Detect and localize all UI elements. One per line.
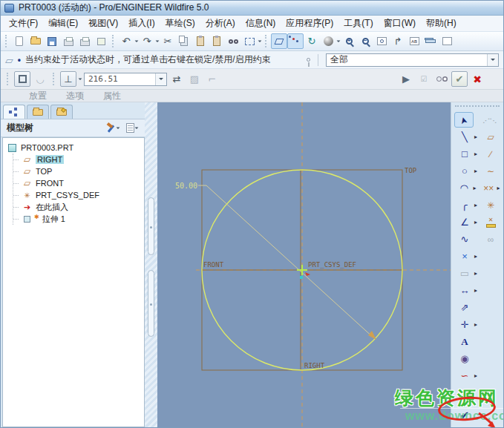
pause-resume-button[interactable]: ▶ <box>398 71 414 87</box>
filter-dropdown[interactable] <box>487 54 498 66</box>
email-button[interactable] <box>93 33 109 49</box>
menu-file[interactable]: 文件(F) <box>4 16 43 31</box>
reorient-button[interactable]: ↱ <box>390 33 406 49</box>
tree-filters-dropdown-icon[interactable] <box>117 128 120 131</box>
constraint-flyout-icon[interactable]: ▸ <box>474 321 481 328</box>
select-tool-button[interactable]: ➤ <box>454 112 474 128</box>
depth-option-button[interactable]: ⊥ <box>60 71 76 87</box>
text-tool-button[interactable]: A <box>455 337 474 346</box>
spin-center-toggle[interactable]: ↻ <box>304 33 320 49</box>
undo-dropdown-icon[interactable] <box>135 41 139 45</box>
datum-display-toggle[interactable] <box>287 33 304 49</box>
dashboard-grip[interactable] <box>53 73 56 85</box>
sketcher-display-toggle[interactable] <box>271 33 287 49</box>
solid-extrude-button[interactable] <box>14 71 30 87</box>
depth-value-dropdown[interactable] <box>155 73 166 85</box>
fillet-flyout-icon[interactable]: ▸ <box>474 202 481 208</box>
paste-button[interactable] <box>192 33 209 49</box>
curve-tool-button[interactable]: ∼ <box>482 167 500 176</box>
save-button[interactable] <box>44 33 60 49</box>
fillet-tool-button[interactable]: ╭ <box>455 200 474 210</box>
menu-sketch[interactable]: 草绘(S) <box>160 16 200 31</box>
tree-filters-icon[interactable] <box>105 123 116 134</box>
tree-settings-icon[interactable] <box>126 123 134 133</box>
preview-check-button[interactable]: ☑ <box>416 71 432 87</box>
use-edge-tool-button[interactable]: ▭ <box>455 269 474 278</box>
shading-dropdown-icon[interactable] <box>337 41 341 45</box>
view-manager-button[interactable] <box>439 33 455 49</box>
depth-value-combobox[interactable]: 216.51 <box>84 73 167 86</box>
palette-tool-button[interactable]: ◉ <box>455 354 474 363</box>
chamfer-flyout-icon[interactable]: ▸ <box>474 219 481 225</box>
sash-handle[interactable] <box>148 270 154 337</box>
datum-plane-tool-button[interactable]: ▱ <box>482 133 500 142</box>
find-button[interactable] <box>225 33 241 49</box>
circle-tool-button[interactable]: ○ <box>455 166 474 176</box>
remove-material-button[interactable]: ▨ <box>186 71 203 87</box>
use-edge-flyout-icon[interactable]: ▸ <box>474 270 481 277</box>
rectangle-tool-button[interactable]: □ <box>455 149 474 159</box>
panel-sash[interactable] <box>145 102 157 427</box>
print-button[interactable] <box>60 33 76 49</box>
menu-analysis[interactable]: 分析(A) <box>200 16 240 31</box>
undo-button[interactable]: ↶ <box>118 33 134 49</box>
layers-button[interactable] <box>422 33 439 49</box>
trim-flyout-icon[interactable]: ▸ <box>474 372 481 379</box>
redo-button[interactable]: ↷ <box>139 33 155 49</box>
constraint-tool-button[interactable]: ✛ <box>455 320 474 329</box>
point-flyout-icon[interactable]: ▸ <box>497 185 503 191</box>
menu-window[interactable]: 窗口(W) <box>379 16 421 31</box>
zoom-in-button[interactable]: + <box>341 33 357 49</box>
sketch-point-tool-button[interactable]: × <box>455 251 474 261</box>
menu-help[interactable]: 帮助(H) <box>421 16 462 31</box>
csys-tool-button[interactable]: ✳ <box>482 201 500 210</box>
tree-item-front-plane[interactable]: ▱ FRONT <box>13 177 143 189</box>
shading-mode-button[interactable] <box>320 33 336 49</box>
menu-edit[interactable]: 编辑(E) <box>43 16 83 31</box>
menu-tools[interactable]: 工具(T) <box>338 16 378 31</box>
saved-views-button[interactable]: AB <box>406 33 422 49</box>
sketch-canvas[interactable]: 50.00 TOP FRONT RIGHT PRT_CSYS_DEF <box>157 102 451 427</box>
tree-item-extrude[interactable]: ✱ 拉伸 1 <box>13 213 143 225</box>
new-file-button[interactable] <box>11 33 27 49</box>
menu-info[interactable]: 信息(N) <box>240 16 281 31</box>
verify-button[interactable] <box>433 71 450 87</box>
spline-tool-button[interactable]: ∿ <box>455 234 474 244</box>
feature-cancel-button[interactable]: ✖ <box>469 71 485 87</box>
point-tool-button[interactable]: ×× <box>480 184 497 193</box>
cut-button[interactable]: ✂ <box>160 33 176 49</box>
tab-folder-browser[interactable] <box>27 105 49 119</box>
trim-tool-button[interactable]: ∽ <box>455 371 474 381</box>
menu-insert[interactable]: 插入(I) <box>123 16 160 31</box>
line-flyout-icon[interactable]: ▸ <box>474 134 481 140</box>
tree-item-top-plane[interactable]: ▱ TOP <box>13 165 143 177</box>
select-box-button[interactable] <box>241 33 258 49</box>
dotted-spline-tool-button[interactable]: ⡠⠒⢄ <box>481 116 499 123</box>
label-top[interactable]: TOP <box>405 167 417 174</box>
filter-combobox[interactable]: 全部 <box>326 53 499 67</box>
tree-item-right-plane[interactable]: ▱ RIGHT <box>13 154 143 165</box>
refit-button[interactable] <box>373 33 390 49</box>
print-setup-button[interactable] <box>76 33 93 49</box>
tab-model-tree[interactable] <box>3 105 25 119</box>
select-box-dropdown-icon[interactable] <box>258 41 262 45</box>
surface-extrude-button[interactable]: ◡ <box>32 71 48 87</box>
tree-item-csys[interactable]: ✳ PRT_CSYS_DEF <box>13 189 143 201</box>
line-tool-button[interactable]: ╲ <box>455 132 474 142</box>
zoom-out-button[interactable]: − <box>357 33 373 49</box>
sketch-point-flyout-icon[interactable]: ▸ <box>474 253 481 260</box>
menu-applications[interactable]: 应用程序(P) <box>281 16 338 31</box>
dashboard-grip[interactable] <box>7 73 10 85</box>
depth-dropdown-icon[interactable] <box>79 79 82 82</box>
tab-properties[interactable]: 属性 <box>103 90 121 102</box>
centerline-tool-button[interactable]: ∕ <box>482 150 500 159</box>
chamfer-tool-button[interactable]: ∠ <box>455 217 474 227</box>
toolbar-grip[interactable] <box>265 35 268 47</box>
tree-settings-dropdown-icon[interactable] <box>135 128 139 131</box>
toolbar-drag-handle[interactable] <box>455 105 500 110</box>
copy-button[interactable] <box>176 33 192 49</box>
toolbar-grip[interactable] <box>112 35 115 47</box>
arc-tool-button[interactable]: ◠ <box>455 183 473 193</box>
label-csys[interactable]: PRT_CSYS_DEF <box>308 261 356 269</box>
redo-dropdown-icon[interactable] <box>156 41 160 45</box>
